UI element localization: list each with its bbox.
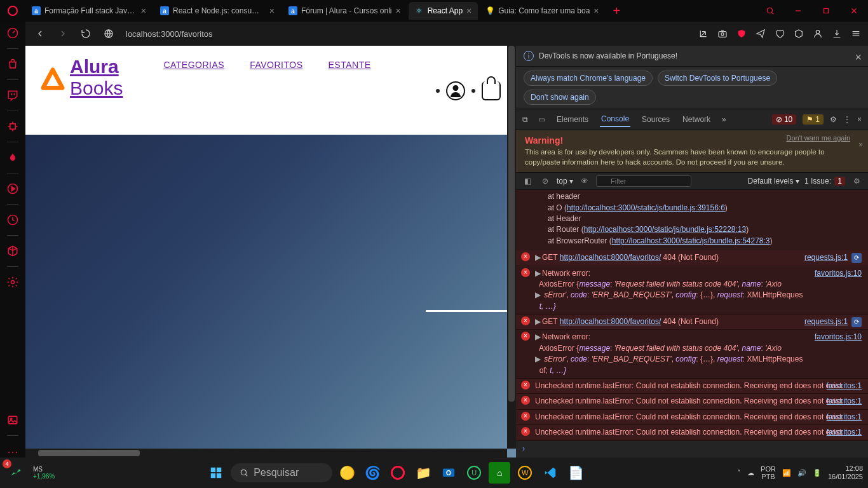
bag-icon[interactable] [482,81,501,100]
send-icon[interactable] [754,27,768,41]
tab-console[interactable]: Console [600,112,630,127]
source-link[interactable]: http://localhost:3000/static/js/bundle.j… [567,203,725,212]
dont-show-button[interactable]: Don't show again [524,90,596,105]
gear-icon[interactable]: ⚙ [830,115,837,124]
close-icon[interactable]: × [141,6,146,16]
clear-console-icon[interactable]: ⊘ [539,177,552,186]
tab-3[interactable]: ⚛React App× [409,2,478,20]
notepad-icon[interactable]: 📄 [565,462,587,484]
horizontal-scrollbar[interactable] [25,449,507,458]
brand-top[interactable]: Alura [70,56,123,78]
url-text[interactable]: localhost:3000/favoritos [126,29,213,39]
opera-menu-icon[interactable] [0,6,25,16]
close-icon[interactable]: × [855,51,862,64]
cube-icon[interactable] [792,27,806,41]
stock-widget[interactable]: MS+1,96% [33,466,55,480]
source-link[interactable]: favoritos:1 [827,427,862,438]
source-link[interactable]: favoritos.js:10 [815,332,862,342]
app-icon[interactable]: U [463,462,485,484]
close-icon[interactable]: × [269,6,275,16]
cube-icon[interactable] [6,245,19,257]
tab-0[interactable]: aFormação Full stack JavaSc× [25,2,153,20]
kebab-icon[interactable]: ⋮ [843,115,851,124]
outlook-icon[interactable]: O [438,462,459,484]
image-icon[interactable] [6,414,19,426]
user-icon[interactable] [446,81,465,100]
wifi-icon[interactable]: 📶 [782,469,791,477]
close-button[interactable] [840,0,868,22]
app-icon[interactable]: W [514,462,536,484]
url-link[interactable]: http://localhost:8000/favoritos/ [560,253,661,262]
site-info-icon[interactable] [99,24,118,43]
search-button[interactable] [756,0,784,22]
twitch-icon[interactable] [6,89,19,102]
context-selector[interactable]: top ▾ [557,177,573,186]
minimize-button[interactable] [784,0,812,22]
copilot-icon[interactable]: 🟡 [336,462,358,484]
reload-button[interactable] [76,24,95,43]
sidebar-toggle-icon[interactable]: ◧ [521,177,534,186]
opera-taskbar-icon[interactable] [387,462,409,484]
start-button[interactable] [205,462,227,484]
match-language-button[interactable]: Always match Chrome's language [524,71,653,86]
gear-icon[interactable]: ⚙ [850,177,863,186]
source-link[interactable]: requests.js:1⟳ [804,316,862,327]
source-link[interactable]: http://localhost:3000/static/js/bundle.j… [584,225,747,234]
xbox-icon[interactable]: ⌂ [489,462,510,484]
profile-icon[interactable] [811,27,825,41]
nav-categorias[interactable]: CATEGORIAS [163,60,224,70]
inspect-icon[interactable]: ⧉ [522,115,528,124]
close-icon[interactable]: × [857,115,862,124]
close-icon[interactable]: × [396,6,401,16]
more-icon[interactable]: ⋯ [6,445,19,458]
stock-widget-icon[interactable] [5,462,27,484]
share-icon[interactable] [696,27,710,41]
gauge-icon[interactable] [6,27,19,39]
play-icon[interactable] [6,182,19,195]
clock[interactable]: 12:0816/01/2025 [828,464,863,481]
close-icon[interactable]: × [858,140,863,149]
flame-icon[interactable] [6,151,19,164]
explorer-icon[interactable]: 📁 [412,462,434,484]
nav-estante[interactable]: ESTANTE [329,60,371,70]
tray-chevron-icon[interactable]: ˄ [737,469,741,477]
bag-icon[interactable] [6,58,19,71]
source-link[interactable]: favoritos:1 [827,412,862,423]
back-button[interactable] [31,24,50,43]
source-link[interactable]: favoritos.js:10 [815,268,862,279]
download-icon[interactable] [830,27,844,41]
new-tab-button[interactable]: + [607,4,627,18]
battery-icon[interactable]: 🔋 [813,469,822,477]
filter-input[interactable] [596,175,691,187]
logo[interactable]: Alura Books [41,56,123,99]
tab-4[interactable]: 💡Guia: Como fazer uma boa× [479,2,605,20]
close-icon[interactable]: × [466,6,471,16]
shield-icon[interactable] [735,27,749,41]
dont-warn-link[interactable]: Don't warn me again [786,134,850,142]
source-link[interactable]: http://localhost:3000/static/js/bundle.j… [612,236,770,245]
switch-language-button[interactable]: Switch DevTools to Portuguese [658,71,777,86]
camera-icon[interactable] [715,27,729,41]
maximize-button[interactable] [812,0,840,22]
issues-link[interactable]: 1 Issue: 1 [804,177,845,186]
taskbar-search[interactable]: Pesquisar [231,463,332,482]
more-tabs-icon[interactable]: » [722,115,726,124]
volume-icon[interactable]: 🔊 [797,469,806,477]
onedrive-icon[interactable]: ☁ [747,469,754,477]
forward-button[interactable] [53,24,72,43]
vertical-scrollbar[interactable] [507,46,516,449]
console-prompt[interactable]: › [516,441,868,457]
error-count[interactable]: ⊘ 10 [772,114,796,125]
eye-icon[interactable]: 👁 [578,177,591,186]
menu-icon[interactable] [849,27,863,41]
device-icon[interactable]: ▭ [538,115,545,124]
source-link[interactable]: favoritos:1 [827,396,862,407]
brand-bottom[interactable]: Books [70,78,123,99]
tab-2[interactable]: aFórum | Alura - Cursos onli× [282,2,407,20]
language-indicator[interactable]: PORPTB [761,465,776,480]
chip-icon[interactable] [6,120,19,133]
warn-count[interactable]: ⚑ 1 [803,114,824,125]
source-link[interactable]: requests.js:1⟳ [804,252,862,263]
tab-network[interactable]: Network [681,112,712,126]
clock-icon[interactable] [6,214,19,226]
